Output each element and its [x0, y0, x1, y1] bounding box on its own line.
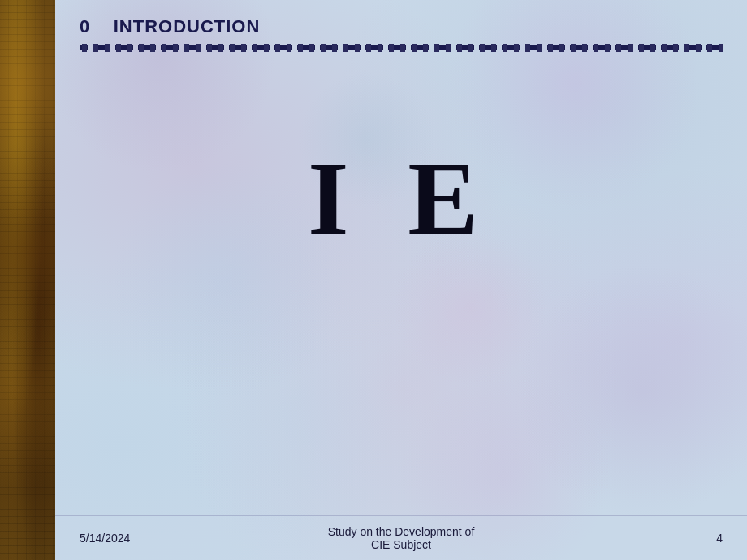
- section-heading: 0 INTRODUCTION: [80, 16, 723, 37]
- slide-main: 0 INTRODUCTION I E 5/14/2024 Study on th…: [55, 0, 747, 560]
- left-sidebar: [0, 0, 55, 560]
- main-letters: I E: [308, 137, 494, 259]
- footer-page-number: 4: [641, 532, 723, 545]
- footer-title-line2: CIE Subject: [161, 538, 641, 551]
- section-number: 0: [80, 16, 90, 37]
- slide-body: 0 INTRODUCTION I E: [55, 0, 747, 515]
- section-title: INTRODUCTION: [114, 16, 261, 37]
- section-divider: [80, 44, 723, 52]
- dashed-line-inner: [80, 45, 723, 50]
- footer-title: Study on the Development of CIE Subject: [161, 525, 641, 551]
- center-content: I E: [80, 68, 723, 328]
- footer-date: 5/14/2024: [80, 532, 161, 545]
- footer-title-line1: Study on the Development of: [161, 525, 641, 538]
- slide-footer: 5/14/2024 Study on the Development of CI…: [55, 515, 747, 560]
